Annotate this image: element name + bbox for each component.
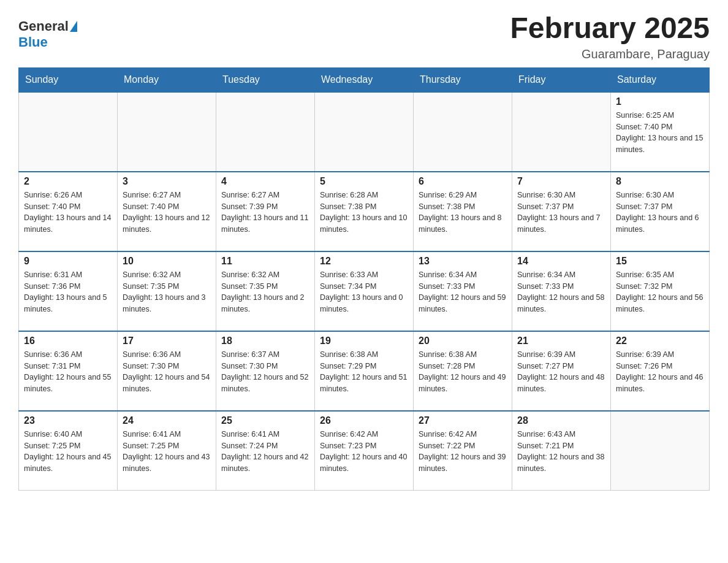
calendar-day-cell: 13Sunrise: 6:34 AMSunset: 7:33 PMDayligh… — [414, 251, 512, 331]
calendar-header-row: SundayMondayTuesdayWednesdayThursdayFrid… — [19, 67, 710, 92]
calendar-day-cell — [414, 92, 512, 172]
day-info: Sunrise: 6:41 AMSunset: 7:24 PMDaylight:… — [221, 429, 309, 475]
day-number: 10 — [123, 256, 211, 267]
day-number: 11 — [221, 256, 309, 267]
day-info: Sunrise: 6:33 AMSunset: 7:34 PMDaylight:… — [320, 269, 408, 315]
calendar-day-cell: 6Sunrise: 6:29 AMSunset: 7:38 PMDaylight… — [414, 172, 512, 251]
calendar-week-row: 9Sunrise: 6:31 AMSunset: 7:36 PMDaylight… — [19, 251, 710, 331]
calendar-day-cell — [611, 411, 710, 491]
day-info: Sunrise: 6:39 AMSunset: 7:27 PMDaylight:… — [517, 349, 605, 395]
day-number: 14 — [517, 256, 605, 267]
calendar-day-cell: 10Sunrise: 6:32 AMSunset: 7:35 PMDayligh… — [118, 251, 216, 331]
day-number: 4 — [221, 176, 309, 187]
calendar-day-cell: 18Sunrise: 6:37 AMSunset: 7:30 PMDayligh… — [216, 331, 315, 411]
day-info: Sunrise: 6:39 AMSunset: 7:26 PMDaylight:… — [616, 349, 704, 395]
day-info: Sunrise: 6:34 AMSunset: 7:33 PMDaylight:… — [517, 269, 605, 315]
calendar-day-cell: 21Sunrise: 6:39 AMSunset: 7:27 PMDayligh… — [512, 331, 611, 411]
day-number: 26 — [320, 415, 408, 426]
day-number: 28 — [517, 415, 605, 426]
calendar-day-cell: 19Sunrise: 6:38 AMSunset: 7:29 PMDayligh… — [315, 331, 414, 411]
calendar-day-cell: 23Sunrise: 6:40 AMSunset: 7:25 PMDayligh… — [19, 411, 118, 491]
calendar-day-cell: 5Sunrise: 6:28 AMSunset: 7:38 PMDaylight… — [315, 172, 414, 251]
day-info: Sunrise: 6:32 AMSunset: 7:35 PMDaylight:… — [221, 269, 309, 315]
day-number: 20 — [419, 335, 507, 347]
calendar-day-cell: 4Sunrise: 6:27 AMSunset: 7:39 PMDaylight… — [216, 172, 315, 251]
day-of-week-header: Friday — [512, 67, 611, 92]
calendar-day-cell: 22Sunrise: 6:39 AMSunset: 7:26 PMDayligh… — [611, 331, 710, 411]
calendar-day-cell: 2Sunrise: 6:26 AMSunset: 7:40 PMDaylight… — [19, 172, 118, 251]
calendar-day-cell: 17Sunrise: 6:36 AMSunset: 7:30 PMDayligh… — [118, 331, 216, 411]
calendar-day-cell: 24Sunrise: 6:41 AMSunset: 7:25 PMDayligh… — [118, 411, 216, 491]
day-info: Sunrise: 6:43 AMSunset: 7:21 PMDaylight:… — [517, 429, 605, 475]
day-info: Sunrise: 6:36 AMSunset: 7:31 PMDaylight:… — [24, 349, 112, 395]
logo: General Blue — [18, 12, 78, 50]
day-number: 5 — [320, 176, 408, 187]
calendar-week-row: 16Sunrise: 6:36 AMSunset: 7:31 PMDayligh… — [19, 331, 710, 411]
day-info: Sunrise: 6:36 AMSunset: 7:30 PMDaylight:… — [123, 349, 211, 395]
day-info: Sunrise: 6:42 AMSunset: 7:22 PMDaylight:… — [419, 429, 507, 475]
day-info: Sunrise: 6:25 AMSunset: 7:40 PMDaylight:… — [616, 110, 704, 156]
day-number: 16 — [24, 335, 112, 347]
day-of-week-header: Sunday — [19, 67, 118, 92]
calendar-table: SundayMondayTuesdayWednesdayThursdayFrid… — [18, 67, 710, 491]
calendar-day-cell: 8Sunrise: 6:30 AMSunset: 7:37 PMDaylight… — [611, 172, 710, 251]
calendar-day-cell — [315, 92, 414, 172]
calendar-day-cell: 1Sunrise: 6:25 AMSunset: 7:40 PMDaylight… — [611, 92, 710, 172]
day-number: 27 — [419, 415, 507, 426]
day-number: 3 — [123, 176, 211, 187]
logo-triangle-icon — [70, 21, 77, 32]
day-number: 1 — [616, 96, 704, 107]
day-info: Sunrise: 6:42 AMSunset: 7:23 PMDaylight:… — [320, 429, 408, 475]
day-info: Sunrise: 6:29 AMSunset: 7:38 PMDaylight:… — [419, 190, 507, 236]
day-number: 19 — [320, 335, 408, 347]
day-of-week-header: Tuesday — [216, 67, 315, 92]
day-number: 9 — [24, 256, 112, 267]
calendar-day-cell: 15Sunrise: 6:35 AMSunset: 7:32 PMDayligh… — [611, 251, 710, 331]
day-number: 21 — [517, 335, 605, 347]
day-number: 23 — [24, 415, 112, 426]
day-info: Sunrise: 6:30 AMSunset: 7:37 PMDaylight:… — [616, 190, 704, 236]
calendar-week-row: 2Sunrise: 6:26 AMSunset: 7:40 PMDaylight… — [19, 172, 710, 251]
day-of-week-header: Thursday — [414, 67, 512, 92]
day-number: 25 — [221, 415, 309, 426]
calendar-day-cell — [19, 92, 118, 172]
calendar-day-cell: 26Sunrise: 6:42 AMSunset: 7:23 PMDayligh… — [315, 411, 414, 491]
logo-general-text: General — [18, 18, 69, 34]
day-number: 7 — [517, 176, 605, 187]
calendar-day-cell: 25Sunrise: 6:41 AMSunset: 7:24 PMDayligh… — [216, 411, 315, 491]
day-info: Sunrise: 6:26 AMSunset: 7:40 PMDaylight:… — [24, 190, 112, 236]
day-of-week-header: Wednesday — [315, 67, 414, 92]
day-info: Sunrise: 6:28 AMSunset: 7:38 PMDaylight:… — [320, 190, 408, 236]
calendar-day-cell: 9Sunrise: 6:31 AMSunset: 7:36 PMDaylight… — [19, 251, 118, 331]
day-number: 15 — [616, 256, 704, 267]
day-info: Sunrise: 6:35 AMSunset: 7:32 PMDaylight:… — [616, 269, 704, 315]
calendar-day-cell: 27Sunrise: 6:42 AMSunset: 7:22 PMDayligh… — [414, 411, 512, 491]
day-info: Sunrise: 6:27 AMSunset: 7:40 PMDaylight:… — [123, 190, 211, 236]
day-info: Sunrise: 6:37 AMSunset: 7:30 PMDaylight:… — [221, 349, 309, 395]
day-number: 17 — [123, 335, 211, 347]
day-info: Sunrise: 6:31 AMSunset: 7:36 PMDaylight:… — [24, 269, 112, 315]
calendar-day-cell: 7Sunrise: 6:30 AMSunset: 7:37 PMDaylight… — [512, 172, 611, 251]
day-number: 22 — [616, 335, 704, 347]
day-number: 13 — [419, 256, 507, 267]
page-header: General Blue February 2025 Guarambare, P… — [18, 12, 710, 61]
calendar-day-cell: 11Sunrise: 6:32 AMSunset: 7:35 PMDayligh… — [216, 251, 315, 331]
calendar-day-cell: 3Sunrise: 6:27 AMSunset: 7:40 PMDaylight… — [118, 172, 216, 251]
day-info: Sunrise: 6:38 AMSunset: 7:28 PMDaylight:… — [419, 349, 507, 395]
calendar-day-cell: 20Sunrise: 6:38 AMSunset: 7:28 PMDayligh… — [414, 331, 512, 411]
calendar-day-cell — [216, 92, 315, 172]
calendar-day-cell: 14Sunrise: 6:34 AMSunset: 7:33 PMDayligh… — [512, 251, 611, 331]
day-info: Sunrise: 6:30 AMSunset: 7:37 PMDaylight:… — [517, 190, 605, 236]
day-info: Sunrise: 6:38 AMSunset: 7:29 PMDaylight:… — [320, 349, 408, 395]
day-info: Sunrise: 6:40 AMSunset: 7:25 PMDaylight:… — [24, 429, 112, 475]
day-info: Sunrise: 6:32 AMSunset: 7:35 PMDaylight:… — [123, 269, 211, 315]
calendar-day-cell: 28Sunrise: 6:43 AMSunset: 7:21 PMDayligh… — [512, 411, 611, 491]
day-number: 6 — [419, 176, 507, 187]
calendar-day-cell: 12Sunrise: 6:33 AMSunset: 7:34 PMDayligh… — [315, 251, 414, 331]
day-number: 12 — [320, 256, 408, 267]
day-number: 2 — [24, 176, 112, 187]
month-title: February 2025 — [510, 12, 710, 45]
day-info: Sunrise: 6:27 AMSunset: 7:39 PMDaylight:… — [221, 190, 309, 236]
calendar-week-row: 1Sunrise: 6:25 AMSunset: 7:40 PMDaylight… — [19, 92, 710, 172]
day-number: 24 — [123, 415, 211, 426]
